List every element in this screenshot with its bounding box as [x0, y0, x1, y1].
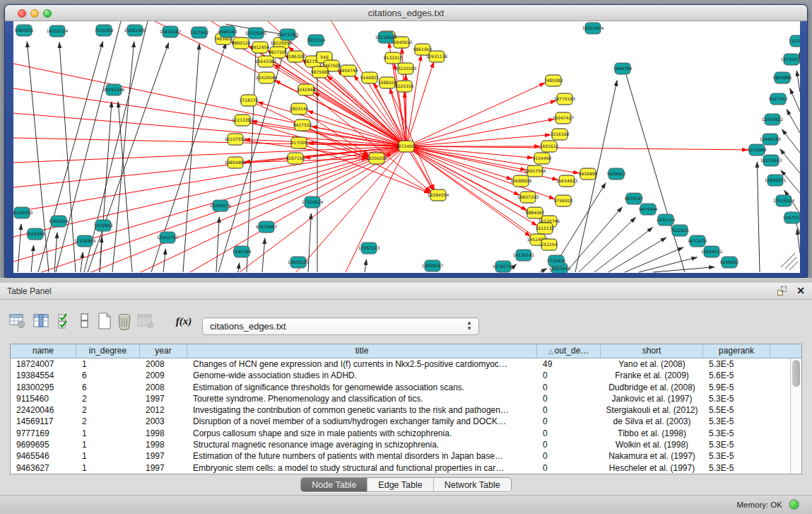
table-row[interactable]: 1938455462009Genome-wide association stu…	[11, 370, 790, 381]
network-node-ref[interactable]: 8471676	[688, 235, 707, 247]
network-node-ref[interactable]: 7857224	[307, 35, 326, 46]
network-node-paper[interactable]: 10931136	[426, 51, 448, 62]
network-node-ref[interactable]: 16782759	[493, 261, 514, 272]
table-row[interactable]: 977716911998Corpus callosum shape and si…	[11, 428, 790, 439]
network-node-paper[interactable]: 3242844	[297, 84, 316, 95]
memory-ok-indicator[interactable]	[789, 499, 799, 510]
select-columns-button[interactable]	[31, 311, 51, 331]
network-node-paper[interactable]: 8427552	[293, 119, 312, 131]
network-node-ref[interactable]: 7515359	[95, 25, 114, 36]
column-settings-button[interactable]	[7, 311, 27, 331]
network-node-ref[interactable]: 8350514	[49, 216, 69, 227]
column-header-title[interactable]: title	[187, 344, 537, 358]
network-node-paper[interactable]: 8454749	[339, 65, 358, 76]
network-node-ref[interactable]: 20691406	[124, 25, 146, 36]
network-node-paper[interactable]: 16654923	[556, 175, 578, 187]
window-titlebar[interactable]: citations_edges.txt	[5, 5, 807, 21]
delete-table-button[interactable]	[114, 311, 134, 331]
network-node-ref[interactable]: 8215958	[748, 144, 767, 156]
network-node-paper[interactable]: 18300295	[366, 153, 388, 164]
network-node-paper[interactable]: 8860128	[232, 37, 251, 49]
network-node-ref[interactable]: 19218506	[375, 32, 397, 43]
network-node-paper[interactable]: 417008	[291, 137, 307, 148]
network-node-paper[interactable]: 18775165	[554, 93, 576, 105]
network-node-paper[interactable]: 19854985	[225, 157, 247, 168]
function-builder-button[interactable]: f(x)	[174, 311, 194, 331]
network-node-ref[interactable]: 1112053	[789, 35, 800, 47]
network-node-paper[interactable]: 16107552	[225, 134, 247, 145]
network-node-paper[interactable]: 8912954	[251, 42, 270, 53]
network-node-paper[interactable]: 9154490	[533, 153, 552, 164]
network-node-paper[interactable]: 8267150	[286, 153, 305, 164]
network-node-ref[interactable]: 9245652	[720, 257, 739, 268]
network-node-paper[interactable]: 1601622	[540, 141, 559, 152]
column-header-short[interactable]: short	[601, 344, 703, 358]
table-row[interactable]: 2242004622012Investigating the contribut…	[11, 404, 790, 416]
network-node-paper[interactable]: 19384554	[428, 189, 449, 201]
network-node-paper[interactable]: 9146821	[360, 72, 379, 83]
network-node-ref[interactable]: 12093822	[762, 114, 784, 125]
network-node-paper[interactable]: 8220316	[395, 81, 414, 92]
network-node-ref[interactable]: 6879197	[625, 193, 644, 204]
network-node-ref[interactable]: 10719185	[245, 28, 267, 39]
table-row[interactable]: 946362711997Embryonic stem cells: a mode…	[11, 462, 790, 474]
table-row[interactable]: 911546021997Tourette syndrome. Phenomeno…	[11, 393, 790, 404]
network-node-ref[interactable]: 10853287	[160, 26, 182, 37]
network-node-paper[interactable]: 12213383	[232, 115, 254, 126]
network-node-paper[interactable]: 8186328	[286, 51, 305, 62]
network-node-ref[interactable]: 13505135	[288, 257, 310, 268]
network-node-paper[interactable]: 8939895	[579, 168, 598, 180]
network-node-paper[interactable]: 18807293	[517, 192, 539, 203]
network-node-paper[interactable]: 13220165	[395, 63, 417, 74]
network-node-ref[interactable]: 13958167	[422, 260, 444, 271]
column-header-name[interactable]: name	[11, 344, 76, 358]
column-header-in-degree[interactable]: in_degree	[76, 344, 140, 358]
network-node-ref[interactable]: 17957223	[358, 243, 380, 254]
network-node-ref[interactable]: 20053346	[103, 84, 125, 95]
network-node-paper[interactable]: 252254	[541, 239, 558, 250]
network-node-ref[interactable]: 5938923	[607, 168, 626, 180]
tab-network-table[interactable]: Network Table	[434, 478, 511, 491]
network-node-ref[interactable]: 18312974	[582, 23, 604, 34]
table-row[interactable]: 946554611997Estimation of the future num…	[11, 450, 790, 462]
table-row[interactable]: 1872400712008Changes of HCN gene express…	[11, 358, 790, 370]
network-node-ref[interactable]: 17016504	[773, 195, 795, 206]
table-row[interactable]: 1830029562008Estimation of significance …	[11, 382, 790, 393]
network-node-ref[interactable]: 9380816	[15, 25, 34, 36]
network-node-ref[interactable]: 10654112	[701, 246, 723, 257]
network-node-paper[interactable]: 1615132	[536, 223, 555, 234]
network-node-ref[interactable]: 15751074	[781, 54, 800, 65]
tab-edge-table[interactable]: Edge Table	[367, 478, 433, 491]
network-node-paper[interactable]: 2803144	[290, 103, 309, 115]
network-node-ref[interactable]: 6466160	[218, 26, 237, 37]
select-all-button[interactable]	[55, 311, 75, 331]
float-panel-icon[interactable]	[777, 286, 787, 296]
network-node-paper[interactable]: 16543382	[255, 56, 277, 67]
table-row[interactable]: 969969511998Structural magnetic resonanc…	[11, 439, 790, 450]
network-node-ref[interactable]: 97975887	[256, 221, 278, 233]
table-row[interactable]: 1456911722003Disruption of a novel membe…	[11, 416, 790, 427]
network-node-ref[interactable]: 1145194	[233, 246, 252, 257]
column-header-pagerank[interactable]: pagerank	[703, 344, 770, 358]
network-node-ref[interactable]: 17359924	[302, 197, 324, 208]
network-node-paper[interactable]: 1588520	[378, 77, 397, 88]
table-source-dropdown[interactable]: citations_edges.txt ▲▼	[202, 317, 479, 335]
network-node-ref[interactable]: 1527602	[190, 27, 209, 38]
network-node-ref[interactable]: 20206576	[210, 200, 232, 211]
citation-network-graph[interactable]: 1872400774638228860128891295418226058982…	[13, 21, 800, 273]
network-node-paper[interactable]: 18957584	[524, 165, 546, 177]
network-node-ref[interactable]: 9227343	[769, 93, 788, 105]
vertical-scrollbar[interactable]	[790, 358, 801, 474]
network-node-ref[interactable]: 14055724	[47, 25, 69, 37]
network-node-paper[interactable]: 7485083	[544, 75, 563, 86]
column-header-out-degree[interactable]: △out_de…	[537, 344, 601, 358]
network-node-ref[interactable]: 16671385	[277, 29, 299, 40]
network-node-paper[interactable]: 8132017	[384, 52, 403, 64]
network-node-ref[interactable]: 1519843	[94, 220, 113, 231]
network-node-ref[interactable]: 14136141	[513, 250, 535, 261]
cell-view-button[interactable]	[75, 311, 95, 331]
network-node-ref[interactable]: 1733426	[547, 255, 566, 267]
close-panel-icon[interactable]: ✕	[796, 285, 805, 296]
network-node-paper[interactable]: 9756928	[554, 195, 573, 206]
network-node-ref[interactable]: 2935114	[657, 214, 676, 226]
